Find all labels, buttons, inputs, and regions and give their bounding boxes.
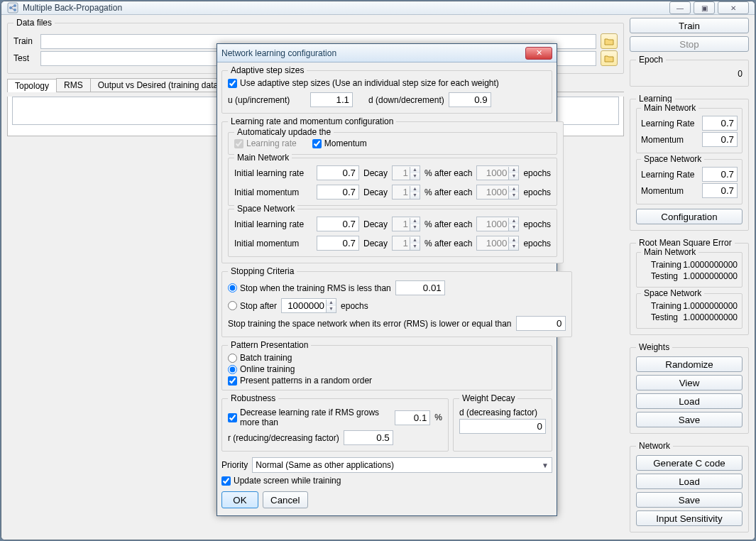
- random-order-checkbox[interactable]: Present patterns in a random order: [228, 376, 546, 386]
- priority-combo[interactable]: Normal (Same as other applications) ▼: [252, 457, 552, 473]
- dlg-space-network-subgroup: Space Network Initial learning rate Deca…: [228, 209, 557, 257]
- main-training-rms: 1.0000000000: [681, 260, 738, 270]
- browse-train-button[interactable]: [601, 33, 618, 49]
- lr-label: Learning Rate: [641, 170, 694, 180]
- u-label: u (up/increment): [228, 95, 306, 105]
- main-testing-rms: 1.0000000000: [678, 271, 738, 281]
- space-stop-rms-input[interactable]: [516, 316, 566, 331]
- space-ilr-input[interactable]: [317, 217, 359, 231]
- space-ilr-epochs-spinner[interactable]: ▲▼: [476, 217, 519, 231]
- svg-point-3: [13, 9, 16, 11]
- rms-space-subgroup: Space Network Training1.0000000000 Testi…: [636, 293, 743, 329]
- save-network-button[interactable]: Save: [636, 492, 743, 508]
- rms-group: Root Mean Square Error Main Network Trai…: [630, 238, 749, 335]
- load-weights-button[interactable]: Load: [636, 393, 743, 409]
- auto-momentum-checkbox[interactable]: Momentum: [312, 138, 367, 148]
- chevron-down-icon: ▼: [542, 461, 549, 469]
- main-ilr-input[interactable]: [317, 165, 359, 180]
- mom-label: Momentum: [641, 186, 684, 196]
- minimize-button[interactable]: —: [669, 1, 691, 14]
- space-training-rms: 1.0000000000: [681, 301, 738, 311]
- d-label: d (down/decrement): [368, 95, 444, 105]
- space-testing-rms: 1.0000000000: [678, 312, 738, 322]
- batch-training-radio[interactable]: Batch training: [228, 353, 546, 363]
- stop-rms-radio[interactable]: Stop when the training RMS is less than: [228, 283, 391, 293]
- tab-rms[interactable]: RMS: [56, 78, 91, 92]
- space-ilr-decay-spinner[interactable]: ▲▼: [392, 217, 420, 231]
- main-imom-input[interactable]: [317, 185, 359, 200]
- folder-icon: [604, 37, 614, 45]
- dec-lr-value-input[interactable]: [395, 410, 430, 425]
- generate-c-code-button[interactable]: Generate C code: [636, 455, 743, 471]
- epoch-value: 0: [636, 69, 743, 79]
- u-input[interactable]: [310, 92, 353, 107]
- learning-space-subgroup: Space Network Learning Rate Momentum: [636, 159, 743, 204]
- space-imom-epochs-spinner[interactable]: ▲▼: [476, 236, 519, 251]
- main-imom-epochs-spinner[interactable]: ▲▼: [476, 185, 519, 200]
- main-ilr-decay-spinner[interactable]: ▲▼: [392, 165, 420, 180]
- space-momentum-input[interactable]: [702, 183, 738, 198]
- randomize-button[interactable]: Randomize: [636, 356, 743, 372]
- titlebar: Multiple Back-Propagation — ▣ ✕: [1, 1, 755, 15]
- testing-label: Testing: [651, 312, 678, 322]
- auto-update-subgroup: Automaticaly updade the Learning rate Mo…: [228, 132, 557, 155]
- weight-decay-group: Weight Decay d (decreasing factor): [453, 393, 552, 452]
- dialog-titlebar: Network learning configuration ✕: [217, 44, 557, 62]
- tab-topology[interactable]: Topology: [7, 79, 57, 92]
- svg-point-2: [13, 4, 16, 7]
- auto-lr-checkbox[interactable]: Learning rate: [234, 138, 297, 148]
- space-imom-input[interactable]: [317, 236, 359, 251]
- folder-icon: [604, 54, 614, 62]
- cancel-button[interactable]: Cancel: [263, 491, 308, 508]
- stop-rms-value-input[interactable]: [395, 280, 445, 295]
- maximize-button[interactable]: ▣: [694, 1, 715, 14]
- browse-test-button[interactable]: [601, 50, 618, 66]
- use-adaptive-input[interactable]: [228, 79, 237, 88]
- client-area: Data files Train Test: [1, 15, 755, 540]
- update-screen-checkbox[interactable]: Update screen while training: [221, 476, 552, 486]
- pattern-group: Pattern Presentation Batch training Onli…: [221, 340, 552, 390]
- learning-config-dialog: Network learning configuration ✕ Adaptiv…: [217, 43, 557, 516]
- rms-main-subgroup: Main Network Training1.0000000000 Testin…: [636, 252, 743, 288]
- configuration-button[interactable]: Configuration: [636, 209, 743, 224]
- train-button[interactable]: Train: [630, 18, 749, 33]
- tab-output-vs-desired[interactable]: Output vs Desired (training data): [90, 78, 229, 92]
- weights-group: Weights Randomize View Load Save: [630, 342, 749, 434]
- learning-legend: Learning: [636, 94, 675, 104]
- epoch-legend: Epoch: [636, 55, 666, 65]
- dec-lr-checkbox[interactable]: Decrease learning rate if RMS grows more…: [228, 408, 390, 427]
- main-momentum-input[interactable]: [702, 132, 738, 147]
- stopping-group: Stopping Criteria Stop when the training…: [221, 266, 572, 337]
- stop-after-spinner[interactable]: ▲▼: [281, 298, 336, 313]
- main-lr-input[interactable]: [702, 116, 738, 131]
- space-lr-input[interactable]: [702, 167, 738, 182]
- training-label: Training: [651, 301, 681, 311]
- load-network-button[interactable]: Load: [636, 474, 743, 489]
- r-factor-input[interactable]: [344, 430, 393, 445]
- dialog-close-button[interactable]: ✕: [525, 47, 552, 60]
- weight-decay-input[interactable]: [459, 419, 546, 434]
- lr-momentum-group: Learning rate and momentum configuration…: [221, 116, 564, 263]
- auto-lr-input: [234, 139, 243, 148]
- online-training-radio[interactable]: Online training: [228, 364, 546, 374]
- use-adaptive-checkbox[interactable]: Use adaptive step sizes (Use an individu…: [228, 78, 546, 88]
- close-button[interactable]: ✕: [718, 1, 749, 14]
- input-sensitivity-button[interactable]: Input Sensitivity: [636, 510, 743, 526]
- space-imom-decay-spinner[interactable]: ▲▼: [392, 236, 420, 251]
- adaptive-group: Adaptive step sizes Use adaptive step si…: [221, 65, 552, 114]
- view-weights-button[interactable]: View: [636, 375, 743, 390]
- stop-button[interactable]: Stop: [630, 36, 749, 52]
- save-weights-button[interactable]: Save: [636, 412, 743, 427]
- main-ilr-epochs-spinner[interactable]: ▲▼: [476, 165, 519, 180]
- svg-point-1: [9, 6, 12, 9]
- dlg-main-network-subgroup: Main Network Initial learning rate Decay…: [228, 158, 557, 206]
- stop-after-radio[interactable]: Stop after: [228, 301, 277, 311]
- dialog-title: Network learning configuration: [221, 48, 336, 58]
- main-imom-decay-spinner[interactable]: ▲▼: [392, 185, 420, 200]
- ok-button[interactable]: OK: [221, 491, 258, 508]
- auto-momentum-input[interactable]: [312, 139, 322, 148]
- epoch-group: Epoch 0: [630, 55, 749, 87]
- robustness-group: Robustness Decrease learning rate if RMS…: [221, 393, 449, 452]
- d-input[interactable]: [449, 92, 491, 107]
- dialog-body: Adaptive step sizes Use adaptive step si…: [217, 62, 557, 515]
